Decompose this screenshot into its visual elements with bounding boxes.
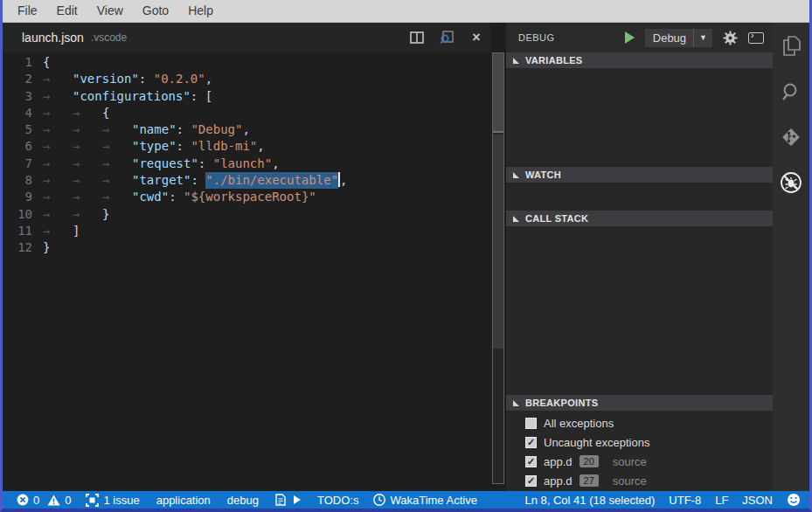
tab-whitespace-icon: →: [73, 138, 102, 155]
debug-config-dropdown[interactable]: Debug ▼: [645, 29, 712, 47]
breakpoint-label: All exceptions: [544, 417, 614, 430]
start-debug-icon[interactable]: [625, 31, 635, 44]
breakpoint-row[interactable]: ✓app.d20source: [506, 452, 773, 471]
breakpoint-source-label: source: [613, 455, 647, 468]
section-breakpoints[interactable]: BREAKPOINTS: [506, 395, 773, 411]
code-token: ,: [205, 71, 212, 87]
files-icon[interactable]: [780, 35, 802, 58]
vscode-window: FileEditViewGotoHelp launch.json .vscode…: [0, 0, 812, 512]
code-token: :: [198, 156, 213, 172]
line-number: 11: [3, 223, 43, 239]
section-watch[interactable]: WATCH: [506, 167, 773, 183]
breakpoint-label: Uncaught exceptions: [544, 436, 649, 449]
editor-tab-bar: launch.json .vscode ×: [3, 23, 490, 52]
breakpoint-row[interactable]: All exceptions: [506, 413, 773, 432]
selected-text: "./bin/executable": [205, 172, 338, 189]
application-item[interactable]: application: [156, 494, 211, 507]
code-line-11: 11→]: [3, 223, 490, 239]
editor-scrollbar: [490, 23, 506, 491]
tab-folder-hint: .vscode: [91, 31, 127, 44]
open-preview-icon[interactable]: [438, 29, 455, 46]
scrollbar-shade: [493, 135, 503, 349]
task-file-icon[interactable]: [275, 494, 286, 506]
gear-icon[interactable]: [723, 31, 738, 45]
git-icon[interactable]: [780, 126, 802, 149]
tab-whitespace-icon: →: [43, 138, 73, 155]
close-icon[interactable]: ×: [468, 29, 485, 46]
language-indicator[interactable]: JSON: [742, 494, 773, 507]
cursor-position[interactable]: Ln 8, Col 41 (18 selected): [524, 494, 655, 507]
tab-whitespace-icon: →: [102, 172, 132, 189]
code-token: "0.2.0": [154, 71, 205, 87]
tab-whitespace-icon: →: [73, 156, 102, 172]
line-number: 8: [3, 172, 43, 189]
breakpoint-row[interactable]: ✓Uncaught exceptions: [506, 432, 773, 452]
section-label: WATCH: [525, 170, 561, 180]
menu-help[interactable]: Help: [178, 0, 223, 22]
code-line-4: 4→→{: [3, 105, 490, 121]
menu-view[interactable]: View: [87, 0, 133, 22]
menu-edit[interactable]: Edit: [47, 0, 87, 22]
issues-item[interactable]: 1 issue: [86, 494, 139, 507]
debug-console-icon[interactable]: [748, 32, 764, 44]
scrollbar-track[interactable]: [492, 52, 504, 484]
menu-bar: FileEditViewGotoHelp: [3, 0, 809, 23]
section-call-stack[interactable]: CALL STACK: [506, 211, 773, 226]
code-token: "target": [132, 172, 191, 189]
debug-status-item[interactable]: debug: [227, 494, 259, 507]
scrollbar-thumb[interactable]: [493, 53, 503, 133]
line-number: 6: [3, 138, 43, 155]
code-token: ,: [242, 121, 249, 138]
tab-whitespace-icon: →: [73, 206, 102, 223]
run-task-icon[interactable]: [294, 495, 301, 504]
editor-group: launch.json .vscode × 1{2→"version": "0.…: [3, 23, 490, 491]
debug-toolbar: DEBUG Debug ▼: [506, 23, 773, 52]
section-label: BREAKPOINTS: [525, 398, 598, 408]
breakpoint-row[interactable]: ✓app.d27source: [506, 471, 773, 490]
status-bar: 0 0 1 issue application debug TODO:s Wak…: [3, 491, 809, 509]
activity-bar: [773, 23, 809, 491]
code-line-7: 7→→→"request": "launch",: [3, 156, 490, 172]
line-number: 9: [3, 189, 43, 205]
smiley-icon[interactable]: [787, 493, 801, 507]
code-token: :: [169, 189, 184, 205]
warning-count[interactable]: 0: [47, 494, 71, 507]
tab-whitespace-icon: →: [102, 121, 132, 138]
twistie-icon: [513, 172, 519, 178]
split-editor-icon[interactable]: [408, 29, 426, 46]
wakatime-item[interactable]: WakaTime Active: [373, 494, 476, 507]
breakpoints-body: All exceptions✓Uncaught exceptions✓app.d…: [506, 411, 773, 491]
code-line-6: 6→→→"type": "lldb-mi",: [3, 138, 490, 155]
tab-launch-json[interactable]: launch.json .vscode: [3, 23, 135, 52]
code-token: ,: [340, 172, 347, 189]
tab-whitespace-icon: →: [43, 156, 73, 172]
code-token: :: [177, 121, 191, 138]
chevron-down-icon: ▼: [693, 29, 707, 47]
line-number: 5: [3, 121, 43, 138]
checkbox-unchecked-icon[interactable]: [525, 418, 537, 429]
code-token: : [: [191, 88, 212, 105]
twistie-icon: [513, 400, 519, 406]
code-token: }: [43, 239, 50, 256]
eol-indicator[interactable]: LF: [715, 494, 728, 507]
section-variables[interactable]: VARIABLES: [506, 52, 773, 68]
tab-title: launch.json: [22, 31, 84, 45]
debug-icon[interactable]: [780, 171, 802, 194]
checkbox-checked-icon[interactable]: ✓: [525, 475, 537, 487]
menu-file[interactable]: File: [8, 0, 47, 22]
checkbox-checked-icon[interactable]: ✓: [525, 456, 537, 467]
todo-item[interactable]: TODO:s: [317, 494, 358, 507]
tab-whitespace-icon: →: [43, 223, 73, 239]
encoding-indicator[interactable]: UTF-8: [669, 494, 701, 507]
checkbox-checked-icon[interactable]: ✓: [525, 437, 537, 448]
tab-whitespace-icon: →: [43, 121, 73, 138]
code-token: "configurations": [73, 88, 191, 105]
tab-whitespace-icon: →: [73, 189, 102, 205]
line-number: 12: [3, 239, 43, 256]
line-number: 4: [3, 105, 43, 121]
search-icon[interactable]: [780, 80, 802, 103]
tab-whitespace-icon: →: [102, 156, 132, 172]
menu-goto[interactable]: Goto: [133, 0, 178, 22]
code-editor[interactable]: 1{2→"version": "0.2.0",3→"configurations…: [3, 52, 490, 491]
error-count[interactable]: 0: [17, 494, 39, 507]
